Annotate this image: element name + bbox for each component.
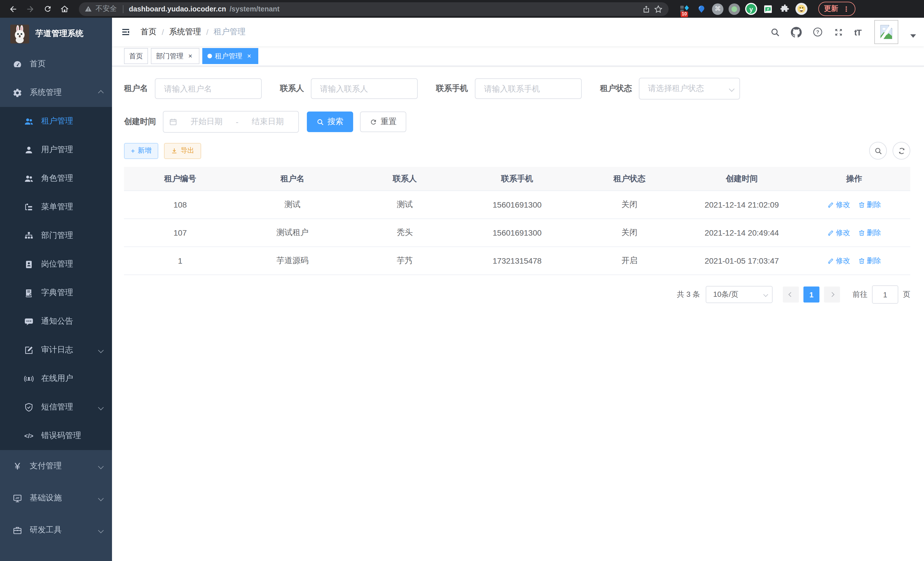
breadcrumb-current: 租户管理 [214, 27, 246, 37]
extension-dot-icon[interactable] [729, 3, 740, 15]
sidebar-item-infra[interactable]: 基础设施 [0, 482, 112, 514]
online-user-icon [24, 374, 34, 384]
prev-page-button[interactable] [783, 287, 799, 302]
search-button[interactable]: 搜索 [307, 111, 353, 132]
trash-icon [858, 201, 865, 208]
extensions-puzzle-icon[interactable] [779, 3, 790, 15]
sidebar-item-tenant[interactable]: 租户管理 [0, 107, 112, 135]
sidebar-item-online[interactable]: 在线用户 [0, 364, 112, 393]
sidebar-item-pay[interactable]: ¥ 支付管理 [0, 450, 112, 482]
extension-badge: 10 [681, 11, 688, 17]
select-placeholder: 请选择租户状态 [648, 83, 704, 94]
github-link[interactable] [791, 27, 802, 38]
sidebar-item-label: 错误码管理 [41, 431, 81, 441]
delete-link-label: 删除 [867, 200, 881, 210]
delete-link[interactable]: 删除 [858, 256, 881, 266]
cell-mobile: 15601691300 [461, 191, 573, 219]
cell-status: 关闭 [573, 219, 686, 247]
mobile-input[interactable] [475, 78, 582, 99]
tab-home[interactable]: 首页 [124, 48, 148, 64]
export-button[interactable]: 导出 [164, 143, 201, 159]
browser-home-button[interactable] [57, 2, 72, 16]
goto-page-input[interactable] [872, 285, 898, 304]
caret-down-icon[interactable] [910, 34, 916, 38]
tab-dept[interactable]: 部门管理 × [151, 48, 200, 64]
sidebar-item-post[interactable]: 岗位管理 [0, 250, 112, 278]
table-tools [869, 142, 910, 159]
sidebar-item-errcode[interactable]: </> 错误码管理 [0, 421, 112, 450]
next-page-button[interactable] [824, 287, 840, 302]
share-icon[interactable] [642, 4, 650, 14]
browser-forward-button[interactable] [23, 2, 38, 16]
extension-chat-icon[interactable] [762, 3, 774, 15]
delete-link[interactable]: 删除 [858, 228, 881, 238]
sidebar-item-dict[interactable]: 字典管理 [0, 278, 112, 307]
tenant-name-input[interactable] [155, 78, 262, 99]
page-size-select[interactable]: 10条/页 [706, 286, 772, 303]
sidebar-item-label: 在线用户 [41, 373, 73, 384]
profile-avatar-icon[interactable] [795, 3, 807, 15]
sidebar-item-audit[interactable]: 审计日志 [0, 336, 112, 364]
sidebar-item-devtool[interactable]: 研发工具 [0, 514, 112, 546]
date-range-picker[interactable]: 开始日期 - 结束日期 [163, 111, 299, 133]
app-title: 芋道管理系统 [35, 29, 83, 39]
field-label: 联系手机 [436, 83, 468, 94]
sidebar-item-role[interactable]: 角色管理 [0, 164, 112, 193]
sidebar-item-label: 短信管理 [41, 402, 73, 412]
sidebar-item-notice[interactable]: 通知公告 [0, 307, 112, 336]
edit-link[interactable]: 修改 [827, 200, 850, 210]
sidebar-item-home[interactable]: 首页 [0, 50, 112, 78]
address-bar[interactable]: 不安全 dashboard.yudao.iocoder.cn/system/te… [79, 2, 669, 16]
browser-update-button[interactable]: 更新 ⋮ [818, 2, 855, 16]
forward-icon [26, 4, 35, 14]
contact-input[interactable] [311, 78, 418, 99]
reload-icon [43, 5, 52, 13]
chevron-down-icon [98, 404, 104, 410]
sidebar-toggle-button[interactable] [112, 27, 140, 37]
browser-toolbar: 不安全 dashboard.yudao.iocoder.cn/system/te… [0, 0, 924, 18]
status-select[interactable]: 请选择租户状态 [639, 78, 740, 99]
close-icon[interactable]: × [245, 52, 253, 60]
show-search-button[interactable] [869, 142, 887, 159]
breadcrumb-home[interactable]: 首页 [141, 27, 157, 37]
delete-link[interactable]: 删除 [858, 200, 881, 210]
extension-tabs-icon[interactable]: 10 [679, 3, 690, 15]
add-button[interactable]: + 新增 [124, 143, 158, 159]
browser-back-button[interactable] [6, 2, 21, 16]
sidebar-item-user[interactable]: 用户管理 [0, 135, 112, 164]
user-avatar[interactable] [874, 20, 898, 44]
app-logo[interactable]: 芋道管理系统 [0, 18, 112, 50]
breadcrumb-system[interactable]: 系统管理 [169, 27, 201, 37]
extension-balloon-icon[interactable] [695, 3, 707, 15]
sidebar-item-dept[interactable]: 部门管理 [0, 221, 112, 250]
help-button[interactable]: ? [813, 27, 823, 37]
page-number-button[interactable]: 1 [803, 287, 819, 302]
edit-link[interactable]: 修改 [827, 256, 850, 266]
sidebar-item-sms[interactable]: 短信管理 [0, 393, 112, 421]
fullscreen-button[interactable] [834, 27, 843, 37]
refresh-table-button[interactable] [892, 142, 910, 159]
sidebar-item-menu[interactable]: 菜单管理 [0, 193, 112, 221]
font-size-button[interactable]: tT [854, 27, 861, 37]
sidebar-item-system[interactable]: 系统管理 [0, 78, 112, 107]
filter-tenant-name: 租户名 [124, 78, 262, 99]
edit-link[interactable]: 修改 [827, 228, 850, 238]
close-icon[interactable]: × [186, 52, 194, 60]
browser-reload-button[interactable] [40, 2, 55, 16]
reset-button[interactable]: 重置 [360, 111, 406, 132]
bookmark-star-icon[interactable] [654, 4, 663, 14]
extension-yuque-icon[interactable]: y [745, 3, 757, 15]
github-icon [791, 27, 802, 38]
tab-tenant[interactable]: 租户管理 × [202, 48, 258, 64]
cell-contact: 测试 [349, 191, 461, 219]
cell-contact: 秃头 [349, 219, 461, 247]
field-label: 租户状态 [600, 83, 632, 94]
kebab-menu-icon[interactable]: ⋮ [843, 5, 850, 13]
edit-icon [827, 229, 834, 236]
header-search-button[interactable] [770, 27, 780, 37]
chevron-down-icon [764, 292, 768, 297]
cell-tenant-id: 1 [124, 247, 236, 275]
dashboard-icon [13, 59, 22, 69]
extension-command-icon[interactable]: ⌘ [712, 3, 723, 15]
cell-tenant-name: 芋道源码 [236, 247, 349, 275]
